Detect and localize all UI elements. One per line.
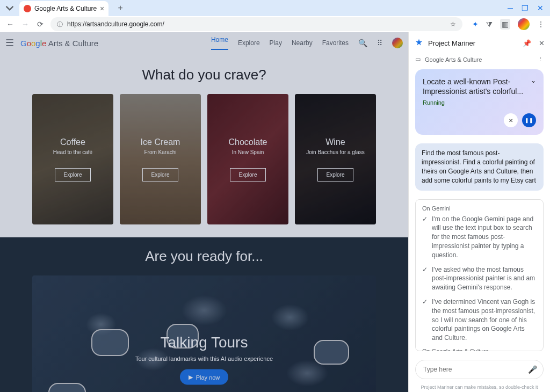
nav-favorites[interactable]: Favorites: [322, 39, 349, 47]
close-window-icon[interactable]: ✕: [537, 4, 544, 12]
menu-icon[interactable]: ⋮: [537, 20, 545, 28]
new-tab-button[interactable]: +: [114, 2, 127, 14]
steps-panel: On Gemini ✓I'm on the Google Gemini page…: [415, 199, 544, 351]
play-now-button[interactable]: ▶Play now: [180, 369, 229, 385]
disclaimer: Project Mariner can make mistakes, so do…: [409, 383, 550, 392]
ready-section: Are you ready for... Talking Tours Tour …: [0, 237, 408, 392]
profile-avatar[interactable]: [518, 18, 530, 30]
check-icon: ✓: [422, 298, 428, 343]
sidepanel-icon[interactable]: ▥: [500, 19, 510, 30]
explore-button[interactable]: Explore: [142, 168, 179, 182]
pause-button[interactable]: ❚❚: [522, 113, 536, 127]
gac-logo[interactable]: Google Arts & Culture: [20, 39, 98, 48]
ready-title: Are you ready for...: [0, 248, 408, 265]
task-status: Running: [423, 99, 536, 106]
url-text: https://artsandculture.google.com/: [67, 20, 164, 28]
task-title: Locate a well-known Post-Impressionist a…: [423, 77, 536, 96]
task-card[interactable]: Locate a well-known Post-Impressionist a…: [415, 69, 544, 135]
step-item: ✓I'm on the Google Gemini page and will …: [422, 215, 537, 260]
explore-button[interactable]: Explore: [317, 168, 354, 182]
card-icecream[interactable]: Ice Cream From Karachi Explore: [120, 94, 201, 224]
restore-icon[interactable]: ❐: [522, 4, 529, 12]
nav-home[interactable]: Home: [211, 36, 228, 50]
card-chocolate[interactable]: Chocolate In New Spain Explore: [207, 94, 288, 224]
check-icon: ✓: [422, 266, 428, 292]
tab-favicon-icon: [24, 5, 31, 12]
pin-icon[interactable]: 📌: [523, 39, 531, 47]
reload-icon[interactable]: ⟳: [35, 19, 45, 29]
stop-button[interactable]: ✕: [504, 113, 518, 127]
mariner-sidebar: Project Mariner 📌 ✕ ▭ Google Arts & Cult…: [408, 32, 550, 392]
tab-bar: Google Arts & Culture × + ─ ❐ ✕: [0, 0, 550, 16]
user-message: Find the most famous post-impressionist.…: [415, 143, 544, 190]
tab-title: Google Arts & Culture: [34, 5, 97, 12]
apps-icon[interactable]: ⠿: [377, 39, 382, 47]
step-context: On Google Arts & Culture: [422, 348, 537, 351]
context-menu-icon[interactable]: ⋮: [538, 56, 544, 63]
tab-close-icon[interactable]: ×: [100, 4, 104, 13]
explore-button[interactable]: Explore: [55, 168, 91, 182]
hamburger-icon[interactable]: ☰: [5, 37, 14, 49]
bookmark-icon[interactable]: ☆: [450, 20, 456, 28]
close-sidebar-icon[interactable]: ✕: [539, 39, 545, 47]
crave-cards: Coffee Head to the café Explore Ice Crea…: [0, 94, 408, 224]
play-icon: ▶: [189, 374, 193, 381]
address-bar: ← → ⟳ ⓘ https://artsandculture.google.co…: [0, 16, 550, 32]
mariner-title: Project Mariner: [428, 39, 475, 47]
minimize-icon[interactable]: ─: [508, 4, 513, 12]
card-wine[interactable]: Wine Join Bacchus for a glass Explore: [295, 94, 376, 224]
tab-context-icon: ▭: [415, 56, 421, 63]
chevron-down-icon[interactable]: ⌄: [531, 77, 536, 84]
nav-explore[interactable]: Explore: [238, 39, 260, 47]
card-coffee[interactable]: Coffee Head to the café Explore: [32, 94, 113, 224]
extensions-icon[interactable]: ⧩: [486, 20, 493, 29]
step-item: ✓I've determined Vincent van Gogh is the…: [422, 297, 537, 343]
forward-icon[interactable]: →: [20, 19, 30, 29]
back-icon[interactable]: ←: [5, 19, 15, 29]
context-label: Google Arts & Culture: [425, 56, 482, 63]
mariner-logo-icon: [414, 38, 424, 48]
crave-title: What do you crave?: [0, 67, 408, 83]
mic-icon[interactable]: 🎤: [528, 365, 537, 374]
tour-sub: Tour cultural landmarks with this AI aud…: [135, 355, 273, 362]
search-icon[interactable]: 🔍: [358, 39, 367, 47]
step-context: On Gemini: [422, 205, 537, 212]
gac-header: ☰ Google Arts & Culture Home Explore Pla…: [0, 32, 408, 54]
extensions-sparkle-icon[interactable]: ✦: [472, 20, 479, 28]
gac-avatar[interactable]: [392, 38, 403, 48]
nav-nearby[interactable]: Nearby: [292, 39, 313, 47]
site-info-icon[interactable]: ⓘ: [57, 20, 63, 28]
nav-play[interactable]: Play: [270, 39, 282, 47]
check-icon: ✓: [422, 215, 428, 260]
chat-input[interactable]: [415, 360, 544, 379]
talking-tours-card[interactable]: Talking Tours Tour cultural landmarks wi…: [32, 275, 376, 392]
browser-tab[interactable]: Google Arts & Culture ×: [19, 1, 108, 16]
url-input[interactable]: ⓘ https://artsandculture.google.com/ ☆: [50, 17, 462, 31]
tour-title: Talking Tours: [135, 334, 273, 351]
tab-search-dropdown[interactable]: [5, 4, 14, 12]
explore-button[interactable]: Explore: [230, 168, 266, 182]
step-item: ✓I've asked who the most famous post-imp…: [422, 265, 537, 292]
